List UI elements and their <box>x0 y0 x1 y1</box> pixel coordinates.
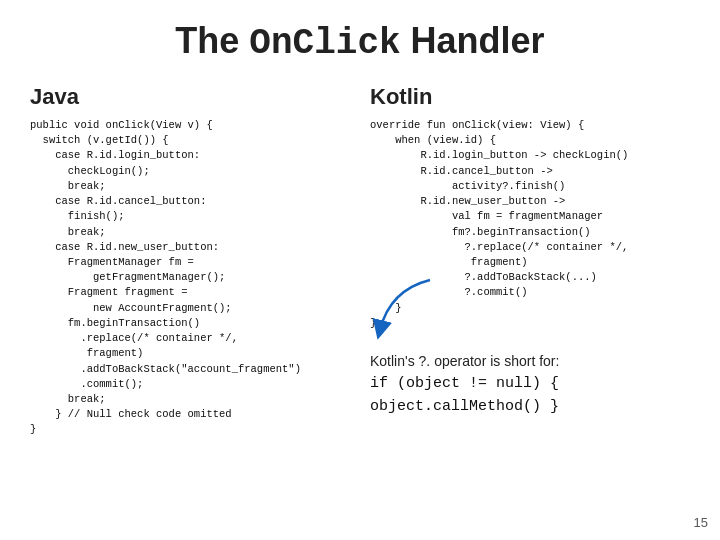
kotlin-code: override fun onClick(view: View) { when … <box>370 118 690 331</box>
slide-title: The OnClick Handler <box>30 20 690 64</box>
title-prefix: The <box>175 20 249 61</box>
bottom-explanation: Kotlin's ?. operator is short for: if (o… <box>370 353 690 418</box>
kotlin-column: Kotlin override fun onClick(view: View) … <box>370 84 690 438</box>
java-line-1: public void onClick(View v) { switch (v.… <box>30 119 301 435</box>
slide: The OnClick Handler Java public void onC… <box>0 0 720 540</box>
java-column: Java public void onClick(View v) { switc… <box>30 84 350 438</box>
java-code: public void onClick(View v) { switch (v.… <box>30 118 350 438</box>
title-code: OnClick <box>249 23 400 64</box>
java-header: Java <box>30 84 350 110</box>
bottom-label: Kotlin's ?. operator is short for: <box>370 353 690 369</box>
kotlin-header: Kotlin <box>370 84 690 110</box>
title-suffix: Handler <box>401 20 545 61</box>
content-columns: Java public void onClick(View v) { switc… <box>30 84 690 438</box>
bottom-code: if (object != null) { object.callMethod(… <box>370 373 690 418</box>
page-number: 15 <box>694 515 708 530</box>
